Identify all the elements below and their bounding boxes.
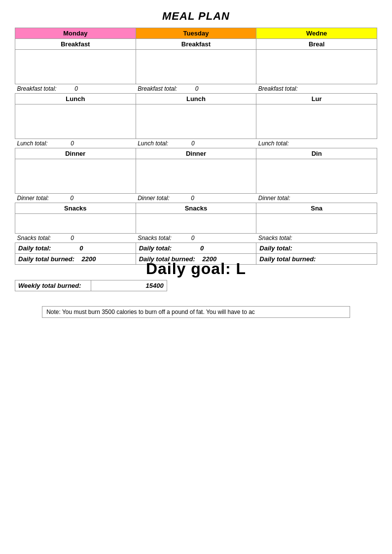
wednesday-dinner-total: Dinner total: bbox=[256, 194, 377, 203]
weekly-total-burned-value: 15400 bbox=[91, 280, 167, 291]
tuesday-breakfast-total: Breakfast total: 0 bbox=[136, 84, 256, 94]
breakfast-row-1 bbox=[15, 50, 377, 84]
tuesday-dinner-content bbox=[136, 159, 256, 194]
wednesday-lunch-content bbox=[256, 104, 377, 139]
monday-lunch-content bbox=[15, 104, 136, 139]
wednesday-snacks-total: Snacks total: bbox=[256, 234, 377, 243]
snacks-label-row: Snacks Snacks Sna bbox=[15, 203, 377, 214]
daily-total-row: Daily total: 0 Daily total: 0 Daily tota… bbox=[15, 243, 377, 254]
snacks-row-1 bbox=[15, 214, 377, 234]
weekly-burned-row: Weekly total burned: 15400 bbox=[15, 280, 167, 291]
dinner-total-row: Dinner total: 0 Dinner total: 0 Dinner t… bbox=[15, 194, 377, 203]
day-header-row: Monday Tuesday Wedne bbox=[15, 28, 377, 39]
tuesday-lunch-label: Lunch bbox=[136, 94, 256, 104]
monday-breakfast-content bbox=[15, 50, 136, 84]
tuesday-dinner-total: Dinner total: 0 bbox=[136, 194, 256, 203]
tuesday-lunch-total: Lunch total: 0 bbox=[136, 139, 256, 148]
breakfast-label-row: Breakfast Breakfast Breal bbox=[15, 39, 377, 50]
lunch-row-1 bbox=[15, 104, 377, 139]
dinner-row-1 bbox=[15, 159, 377, 194]
wednesday-lunch-label: Lur bbox=[256, 94, 377, 104]
monday-daily-total: Daily total: 0 bbox=[15, 243, 136, 254]
wednesday-breakfast-total: Breakfast total: bbox=[256, 84, 377, 94]
weekly-total-burned-label: Weekly total burned: bbox=[15, 280, 91, 291]
wednesday-dinner-label: Din bbox=[256, 148, 377, 159]
tuesday-daily-total: Daily total: 0 bbox=[136, 243, 256, 254]
wednesday-breakfast-content bbox=[256, 50, 377, 84]
weekly-total-table: Weekly total burned: 15400 bbox=[15, 280, 167, 291]
monday-dinner-label: Dinner bbox=[15, 148, 136, 159]
tuesday-dinner-label: Dinner bbox=[136, 148, 256, 159]
monday-dinner-total: Dinner total: 0 bbox=[15, 194, 136, 203]
wednesday-breakfast-label: Breal bbox=[256, 39, 377, 50]
monday-snacks-content bbox=[15, 214, 136, 234]
wednesday-snacks-label: Sna bbox=[256, 203, 377, 214]
dinner-label-row: Dinner Dinner Din bbox=[15, 148, 377, 159]
monday-dinner-content bbox=[15, 159, 136, 194]
monday-header: Monday bbox=[15, 28, 136, 39]
monday-breakfast-label: Breakfast bbox=[15, 39, 136, 50]
wednesday-daily-total: Daily total: bbox=[256, 243, 377, 254]
tuesday-header: Tuesday bbox=[136, 28, 256, 39]
meal-plan-table: Monday Tuesday Wedne Breakfast Breakfast… bbox=[15, 28, 377, 265]
monday-breakfast-total: Breakfast total: 0 bbox=[15, 84, 136, 94]
lunch-total-row: Lunch total: 0 Lunch total: 0 Lunch tota… bbox=[15, 139, 377, 148]
monday-snacks-label: Snacks bbox=[15, 203, 136, 214]
page-title: MEAL PLAN bbox=[15, 10, 377, 23]
breakfast-total-row: Breakfast total: 0 Breakfast total: 0 Br… bbox=[15, 84, 377, 94]
tuesday-snacks-label: Snacks bbox=[136, 203, 256, 214]
monday-snacks-total: Snacks total: 0 bbox=[15, 234, 136, 243]
snacks-total-row: Snacks total: 0 Snacks total: 0 Snacks t… bbox=[15, 234, 377, 243]
lunch-label-row: Lunch Lunch Lur bbox=[15, 94, 377, 104]
note-box: Note: You must burn 3500 calories to bur… bbox=[42, 306, 350, 318]
tuesday-lunch-content bbox=[136, 104, 256, 139]
tuesday-breakfast-content bbox=[136, 50, 256, 84]
wednesday-lunch-total: Lunch total: bbox=[256, 139, 377, 148]
tuesday-breakfast-label: Breakfast bbox=[136, 39, 256, 50]
monday-lunch-label: Lunch bbox=[15, 94, 136, 104]
wednesday-header: Wedne bbox=[256, 28, 377, 39]
tuesday-snacks-total: Snacks total: 0 bbox=[136, 234, 256, 243]
wednesday-snacks-content bbox=[256, 214, 377, 234]
monday-lunch-total: Lunch total: 0 bbox=[15, 139, 136, 148]
wednesday-dinner-content bbox=[256, 159, 377, 194]
tuesday-snacks-content bbox=[136, 214, 256, 234]
